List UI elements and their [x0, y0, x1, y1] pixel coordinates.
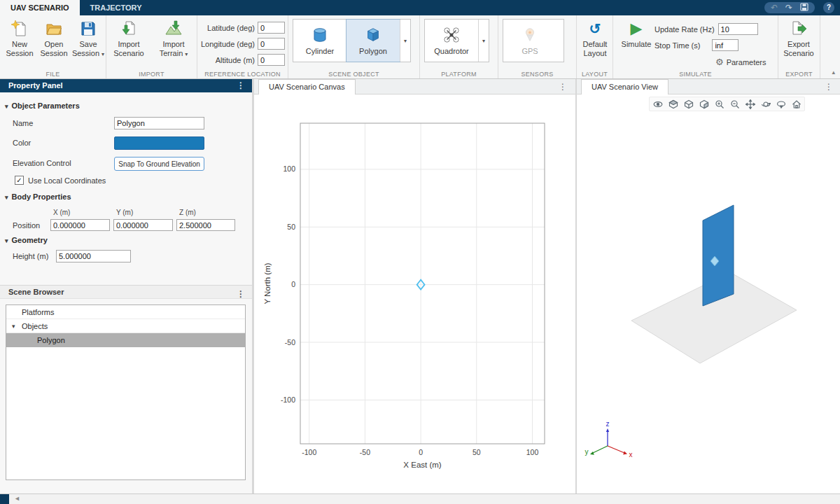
scene-object-polygon[interactable]: Polygon — [346, 20, 400, 62]
position-y-input[interactable] — [113, 219, 173, 231]
help-button[interactable]: ? — [823, 2, 834, 13]
view-iso-icon[interactable] — [697, 98, 710, 110]
object-parameters-section[interactable]: ▾Object Parameters — [5, 102, 80, 110]
undo-icon[interactable]: ↶ — [771, 3, 778, 13]
zoom-out-icon[interactable] — [728, 98, 741, 110]
longitude-input[interactable] — [258, 38, 285, 50]
svg-text:-100: -100 — [281, 396, 295, 404]
import-terrain-button[interactable]: Import Terrain ▾ — [157, 19, 190, 58]
tab-uav-scenario[interactable]: UAV SCENARIO — [0, 0, 80, 15]
canvas-panel-menu-icon[interactable]: ⋮ — [559, 82, 567, 92]
new-session-button[interactable]: New Session — [3, 19, 36, 58]
use-local-coordinates-checkbox[interactable]: ✓ — [15, 176, 24, 185]
save-session-label: Save Session ▾ — [71, 40, 105, 58]
height-input[interactable] — [56, 250, 131, 262]
ribbon-section-layout: ↺ Default Layout LAYOUT — [577, 15, 613, 78]
snap-to-ground-elevation-button[interactable]: Snap To Ground Elevation — [114, 157, 204, 171]
scenario-3d-view[interactable]: z x y — [577, 94, 840, 493]
reference-location-section-label: REFERENCE LOCATION — [197, 71, 288, 78]
platform-gallery: Quadrotor ▾ — [424, 19, 489, 62]
property-panel-header: Property Panel ⋮ — [0, 79, 252, 92]
svg-text:0: 0 — [419, 448, 423, 456]
update-rate-input[interactable] — [718, 23, 758, 35]
position-z-input[interactable] — [176, 219, 235, 231]
tab-trajectory[interactable]: TRAJECTORY — [80, 0, 153, 15]
position-x-input[interactable] — [50, 219, 110, 231]
save-session-icon — [79, 19, 97, 38]
import-scenario-button[interactable]: Import Scenario — [112, 19, 146, 58]
axis-z-label: z — [606, 420, 610, 428]
toggle-visibility-icon[interactable] — [651, 98, 664, 110]
view-panel-menu-icon[interactable]: ⋮ — [825, 82, 833, 92]
axis-triad: z x y — [585, 420, 633, 458]
collapse-toolstrip-button[interactable]: ▴ — [832, 69, 835, 76]
height-label: Height (m) — [13, 252, 48, 260]
geometry-section[interactable]: ▾Geometry — [5, 236, 48, 244]
gps-label: GPS — [522, 47, 538, 55]
toolstrip-ribbon: New Session Open Session Save Session ▾ … — [0, 15, 840, 79]
platform-gallery-caret[interactable]: ▾ — [478, 20, 489, 62]
use-local-coordinates-label: Use Local Coordinates — [28, 176, 106, 185]
stop-time-label: Stop Time (s) — [654, 41, 700, 50]
redo-icon[interactable]: ↷ — [785, 3, 792, 13]
zoom-in-icon[interactable] — [713, 98, 726, 110]
parameters-label: Parameters — [727, 58, 766, 66]
tab-uav-scenario-view[interactable]: UAV Scenario View — [581, 79, 668, 94]
tab-uav-scenario-canvas[interactable]: UAV Scenario Canvas — [258, 79, 356, 94]
svg-text:100: 100 — [283, 164, 295, 173]
name-input[interactable] — [114, 117, 204, 130]
ribbon-section-reference-location: Latitude (deg) Longitude (deg) Altitude … — [197, 15, 288, 78]
pan-icon[interactable] — [743, 98, 757, 110]
polygon-icon — [365, 27, 382, 45]
altitude-label: Altitude (m) — [199, 56, 255, 64]
save-session-button[interactable]: Save Session ▾ — [71, 19, 105, 58]
color-swatch[interactable] — [114, 136, 204, 150]
tree-item-objects[interactable]: ▾Objects — [6, 319, 245, 333]
view-xy-icon[interactable] — [666, 98, 680, 110]
view-yz-icon[interactable] — [682, 98, 695, 110]
gps-icon — [522, 27, 538, 45]
tree-item-platforms[interactable]: Platforms — [6, 305, 245, 319]
tree-item-polygon[interactable]: Polygon — [6, 333, 245, 347]
view-tabbar: UAV Scenario View ⋮ — [577, 79, 840, 94]
parameters-button[interactable]: ⚙ Parameters — [715, 57, 766, 67]
ribbon-section-sensors: GPS SENSORS — [498, 15, 577, 78]
axis-x-label: x — [629, 451, 633, 458]
open-session-button[interactable]: Open Session — [37, 19, 71, 58]
altitude-input[interactable] — [258, 54, 285, 66]
platform-quadrotor[interactable]: Quadrotor — [425, 20, 478, 62]
rotate-3d-icon[interactable] — [759, 98, 772, 110]
scene-browser-menu-icon[interactable]: ⋮ — [237, 288, 245, 301]
geometry-title: Geometry — [12, 236, 48, 244]
body-properties-section[interactable]: ▾Body Properties — [5, 192, 71, 201]
home-icon[interactable] — [790, 98, 803, 110]
stop-time-input[interactable] — [712, 39, 738, 51]
position-y-header: Y (m) — [116, 209, 133, 216]
export-scenario-button[interactable]: Export Scenario — [782, 19, 816, 58]
save-icon[interactable] — [800, 3, 808, 13]
objects-expand-icon: ▾ — [12, 319, 15, 333]
scene-object-gallery-caret[interactable]: ▾ — [400, 20, 410, 62]
simulate-button[interactable]: ▶ Simulate — [620, 19, 652, 49]
property-panel-menu-icon[interactable]: ⋮ — [237, 79, 245, 92]
polygon-object-3d[interactable] — [703, 205, 734, 306]
latitude-input[interactable] — [258, 22, 285, 34]
file-section-label: FILE — [0, 71, 106, 78]
export-section-label: EXPORT — [778, 71, 820, 78]
scroll-left-icon[interactable]: ◄ — [14, 495, 20, 502]
scene-object-cylinder[interactable]: Cylinder — [293, 20, 346, 62]
geometry-collapse-icon: ▾ — [5, 237, 8, 244]
position-label: Position — [13, 221, 40, 230]
export-scenario-label: Export Scenario — [782, 40, 816, 58]
default-layout-button[interactable]: ↺ Default Layout — [578, 19, 612, 58]
color-label: Color — [13, 139, 31, 147]
property-panel-body: ▾Object Parameters Name Color Elevation … — [0, 92, 252, 285]
scenario-canvas-plot[interactable]: -100-50050100100500-50-100X East (m)Y No… — [254, 94, 575, 493]
datatip-icon[interactable] — [774, 98, 788, 110]
simulate-section-label: SIMULATE — [613, 71, 778, 78]
scene-object-section-label: SCENE OBJECT — [288, 71, 419, 78]
svg-text:X East (m): X East (m) — [403, 461, 441, 469]
new-session-icon — [10, 19, 29, 38]
gear-icon: ⚙ — [715, 57, 724, 67]
quadrotor-icon — [442, 27, 461, 45]
